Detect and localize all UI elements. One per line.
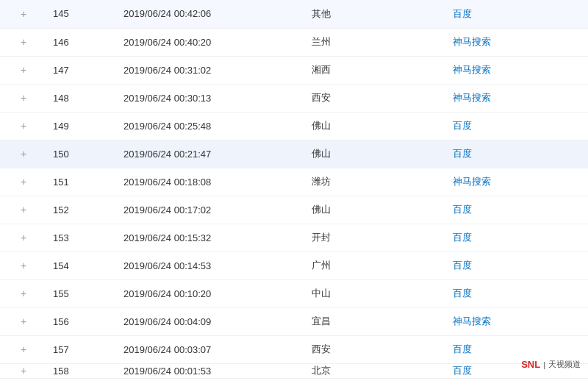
- table-row: + 145 2019/06/24 00:42:06 其他 百度: [0, 0, 588, 28]
- expand-cell[interactable]: +: [0, 56, 47, 84]
- source-link[interactable]: 神马搜索: [453, 64, 491, 75]
- row-number: 145: [47, 0, 118, 28]
- row-number: 156: [47, 307, 118, 335]
- expand-cell[interactable]: +: [0, 307, 47, 335]
- row-source[interactable]: 百度: [447, 140, 588, 168]
- row-city: 西安: [306, 335, 447, 363]
- row-number: 151: [47, 168, 118, 196]
- plus-icon[interactable]: +: [21, 8, 26, 20]
- row-number: 147: [47, 56, 118, 84]
- source-link[interactable]: 百度: [453, 288, 472, 299]
- row-source[interactable]: 神马搜索: [447, 307, 588, 335]
- plus-icon[interactable]: +: [21, 64, 26, 76]
- expand-cell[interactable]: +: [0, 0, 47, 28]
- row-source[interactable]: 百度: [447, 224, 588, 252]
- table-row: + 158 2019/06/24 00:01:53 北京 百度: [0, 363, 588, 378]
- row-date: 2019/06/24 00:21:47: [118, 140, 306, 168]
- row-source[interactable]: 百度: [447, 279, 588, 307]
- row-source[interactable]: 百度: [447, 252, 588, 279]
- table-row: + 153 2019/06/24 00:15:32 开封 百度: [0, 224, 588, 252]
- table-row: + 148 2019/06/24 00:30:13 西安 神马搜索: [0, 84, 588, 112]
- table-row: + 151 2019/06/24 00:18:08 潍坊 神马搜索: [0, 168, 588, 196]
- row-city: 开封: [306, 224, 447, 252]
- plus-icon[interactable]: +: [21, 36, 26, 48]
- plus-icon[interactable]: +: [21, 343, 26, 355]
- row-source[interactable]: 神马搜索: [447, 28, 588, 56]
- expand-cell[interactable]: +: [0, 252, 47, 279]
- row-city: 宜昌: [306, 307, 447, 335]
- row-number: 150: [47, 140, 118, 168]
- table-row: + 155 2019/06/24 00:10:20 中山 百度: [0, 279, 588, 307]
- row-date: 2019/06/24 00:40:20: [118, 28, 306, 56]
- row-date: 2019/06/24 00:15:32: [118, 224, 306, 252]
- source-link[interactable]: 百度: [453, 365, 472, 376]
- source-link[interactable]: 神马搜索: [453, 316, 491, 327]
- row-date: 2019/06/24 00:14:53: [118, 252, 306, 279]
- source-link[interactable]: 百度: [453, 148, 472, 159]
- expand-cell[interactable]: +: [0, 363, 47, 378]
- row-city: 北京: [306, 363, 447, 378]
- plus-icon[interactable]: +: [21, 92, 26, 104]
- source-link[interactable]: 百度: [453, 232, 472, 243]
- row-source[interactable]: 神马搜索: [447, 56, 588, 84]
- row-number: 146: [47, 28, 118, 56]
- expand-cell[interactable]: +: [0, 224, 47, 252]
- source-link[interactable]: 百度: [453, 120, 472, 131]
- expand-cell[interactable]: +: [0, 84, 47, 112]
- table-wrapper: + 145 2019/06/24 00:42:06 其他 百度 + 146 20…: [0, 0, 588, 392]
- row-number: 153: [47, 224, 118, 252]
- plus-icon[interactable]: +: [21, 232, 26, 243]
- expand-cell[interactable]: +: [0, 28, 47, 56]
- row-source[interactable]: 神马搜索: [447, 168, 588, 196]
- source-link[interactable]: 百度: [453, 8, 472, 19]
- plus-icon[interactable]: +: [21, 204, 26, 215]
- source-link[interactable]: 神马搜索: [453, 92, 491, 103]
- row-source[interactable]: 百度: [447, 0, 588, 28]
- plus-icon[interactable]: +: [21, 176, 26, 188]
- row-source[interactable]: 神马搜索: [447, 84, 588, 112]
- row-date: 2019/06/24 00:01:53: [118, 363, 306, 378]
- row-number: 157: [47, 335, 118, 363]
- row-number: 148: [47, 84, 118, 112]
- row-date: 2019/06/24 00:04:09: [118, 307, 306, 335]
- source-link[interactable]: 百度: [453, 343, 472, 354]
- plus-icon[interactable]: +: [21, 288, 26, 299]
- plus-icon[interactable]: +: [21, 120, 26, 132]
- row-city: 广州: [306, 252, 447, 279]
- source-link[interactable]: 百度: [453, 260, 472, 271]
- row-date: 2019/06/24 00:31:02: [118, 56, 306, 84]
- plus-icon[interactable]: +: [21, 316, 26, 327]
- expand-cell[interactable]: +: [0, 196, 47, 224]
- expand-cell[interactable]: +: [0, 335, 47, 363]
- watermark-text: 天视频道: [548, 359, 581, 370]
- expand-cell[interactable]: +: [0, 168, 47, 196]
- table-row: + 156 2019/06/24 00:04:09 宜昌 神马搜索: [0, 307, 588, 335]
- plus-icon[interactable]: +: [21, 260, 26, 271]
- table-row: + 154 2019/06/24 00:14:53 广州 百度: [0, 252, 588, 279]
- row-date: 2019/06/24 00:10:20: [118, 279, 306, 307]
- row-source[interactable]: 百度: [447, 112, 588, 140]
- row-date: 2019/06/24 00:42:06: [118, 0, 306, 28]
- row-date: 2019/06/24 00:30:13: [118, 84, 306, 112]
- row-city: 其他: [306, 0, 447, 28]
- plus-icon[interactable]: +: [21, 365, 26, 377]
- row-number: 155: [47, 279, 118, 307]
- table-row: + 147 2019/06/24 00:31:02 湘西 神马搜索: [0, 56, 588, 84]
- table-row: + 150 2019/06/24 00:21:47 佛山 百度: [0, 140, 588, 168]
- row-city: 西安: [306, 84, 447, 112]
- expand-cell[interactable]: +: [0, 112, 47, 140]
- watermark-snl: SNL: [521, 359, 540, 370]
- source-link[interactable]: 百度: [453, 204, 472, 215]
- row-number: 158: [47, 363, 118, 378]
- expand-cell[interactable]: +: [0, 279, 47, 307]
- source-link[interactable]: 神马搜索: [453, 176, 491, 187]
- row-source[interactable]: 百度: [447, 196, 588, 224]
- table-row: + 146 2019/06/24 00:40:20 兰州 神马搜索: [0, 28, 588, 56]
- table-row: + 152 2019/06/24 00:17:02 佛山 百度: [0, 196, 588, 224]
- expand-cell[interactable]: +: [0, 140, 47, 168]
- watermark: SNL | 天视频道: [521, 359, 581, 370]
- row-city: 中山: [306, 279, 447, 307]
- table-row: + 149 2019/06/24 00:25:48 佛山 百度: [0, 112, 588, 140]
- plus-icon[interactable]: +: [21, 148, 26, 160]
- source-link[interactable]: 神马搜索: [453, 36, 491, 47]
